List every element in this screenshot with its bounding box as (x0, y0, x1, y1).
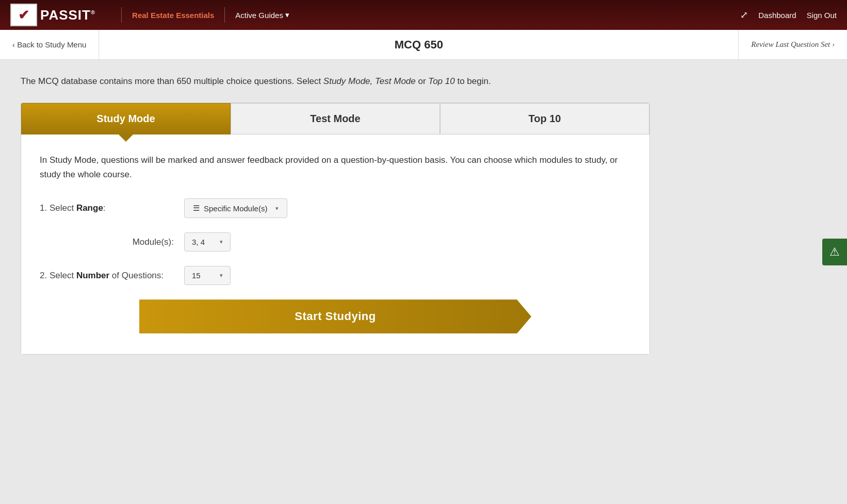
tab-test-mode[interactable]: Test Mode (231, 103, 440, 135)
nav-divider-2 (224, 7, 225, 23)
top-navigation: ✔ PASSIT® Real Estate Essentials Active … (0, 0, 847, 30)
tabs-header: Study Mode Test Mode Top 10 (21, 103, 649, 135)
range-dropdown[interactable]: ☰ Specific Module(s) ▾ (184, 198, 287, 218)
tab-study-mode[interactable]: Study Mode (21, 103, 231, 135)
review-last-question-link[interactable]: Review Last Question Set › (738, 30, 847, 59)
modules-dropdown[interactable]: 3, 4 ▾ (184, 232, 231, 251)
num-dropdown-caret: ▾ (220, 272, 223, 279)
select-range-row: 1. Select Range: ☰ Specific Module(s) ▾ (40, 198, 631, 218)
nav-divider-1 (121, 7, 122, 23)
select-number-label: 2. Select Number of Questions: (40, 271, 184, 281)
back-to-study-menu-link[interactable]: ‹ Back to Study Menu (0, 30, 99, 59)
dashboard-link[interactable]: Dashboard (758, 11, 796, 20)
start-button-wrapper: Start Studying (40, 299, 631, 333)
number-questions-dropdown[interactable]: 15 ▾ (184, 266, 231, 285)
logo-text: PASSIT® (40, 7, 95, 23)
select-number-row: 2. Select Number of Questions: 15 ▾ (40, 266, 631, 285)
active-guides-link[interactable]: Active Guides ▾ (235, 10, 289, 20)
select-range-label: 1. Select Range: (40, 203, 184, 213)
active-course-link[interactable]: Real Estate Essentials (132, 11, 214, 20)
main-content: The MCQ database contains more than 650 … (0, 60, 671, 369)
modules-row: Module(s): 3, 4 ▾ (40, 232, 631, 251)
modules-label: Module(s): (71, 237, 184, 247)
page-description: The MCQ database contains more than 650 … (21, 74, 650, 88)
start-studying-button[interactable]: Start Studying (139, 299, 531, 333)
logo-checkmark: ✔ (18, 7, 29, 23)
tab-content-study-mode: In Study Mode, questions will be marked … (21, 135, 649, 354)
logo-area: ✔ PASSIT® (10, 4, 95, 26)
modules-dropdown-caret: ▾ (220, 239, 223, 245)
page-title: MCQ 650 (99, 38, 738, 52)
logo-box: ✔ (10, 4, 37, 26)
alert-icon: ⚠ (829, 245, 840, 259)
alert-button[interactable]: ⚠ (822, 239, 847, 265)
signout-link[interactable]: Sign Out (807, 11, 837, 20)
range-dropdown-caret: ▾ (275, 205, 279, 212)
nav-right: ⤢ Dashboard Sign Out (740, 9, 837, 21)
fullscreen-icon[interactable]: ⤢ (740, 9, 748, 21)
list-icon: ☰ (193, 204, 200, 213)
tab-top-10[interactable]: Top 10 (440, 103, 649, 135)
tabs-container: Study Mode Test Mode Top 10 In Study Mod… (21, 103, 650, 355)
breadcrumb-bar: ‹ Back to Study Menu MCQ 650 Review Last… (0, 30, 847, 60)
study-mode-description: In Study Mode, questions will be marked … (40, 153, 631, 182)
